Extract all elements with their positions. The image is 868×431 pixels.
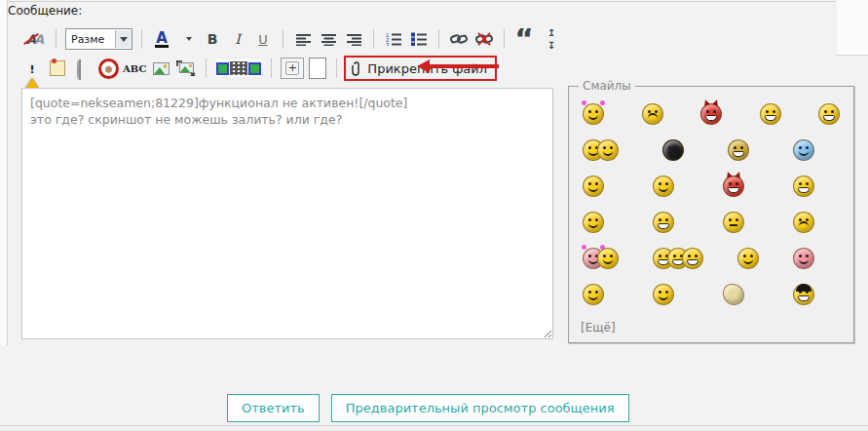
teeth-grin-smiley[interactable] (653, 212, 674, 233)
annotation-arrow (417, 59, 501, 74)
align-left-icon (296, 33, 311, 46)
toolbar-separator (373, 29, 374, 49)
shrink-editor-button[interactable]: ↥ (545, 28, 558, 38)
toolbar-separator (283, 29, 283, 49)
form-actions: Ответить Предварительный просмотр сообще… (227, 394, 629, 422)
insert-image-button[interactable] (150, 58, 171, 79)
font-size-value: Разме (66, 33, 115, 46)
warning-icon: ! (22, 59, 42, 77)
cheers-beer-smilies[interactable] (583, 139, 619, 161)
toolbar-separator (504, 29, 505, 49)
paperclip-icon (352, 60, 361, 76)
align-right-button[interactable] (343, 28, 364, 50)
toolbar-separator (206, 59, 207, 78)
girl-bows-smiley[interactable] (583, 103, 604, 125)
rock-on-smiley[interactable] (793, 176, 814, 197)
angel-wing-smiley[interactable] (653, 176, 674, 197)
rocker-cool-smiley[interactable] (793, 284, 814, 305)
blank-page-button[interactable] (308, 58, 327, 79)
align-center-button[interactable] (318, 28, 339, 50)
message-textarea[interactable]: [quote=nekseamen;81229]функционал не акт… (21, 88, 553, 339)
abc-icon: ABC (123, 63, 146, 74)
plus-icon: + (285, 61, 299, 75)
ok-sign-smiley[interactable] (737, 248, 759, 269)
font-color-button[interactable]: A (151, 28, 172, 50)
left-border (0, 0, 8, 345)
devil-grin-smiley[interactable] (723, 176, 744, 197)
editor-resize-controls: ↥ ↧ (543, 28, 560, 51)
stop-hand-icon (98, 59, 119, 79)
unlink-icon (475, 32, 493, 46)
unordered-list-button[interactable] (408, 28, 430, 50)
sad-arms-smiley[interactable] (642, 103, 663, 125)
toolbar-separator (141, 29, 142, 49)
laughing-smiley[interactable] (760, 103, 781, 125)
resize-image-button[interactable] (175, 58, 197, 79)
align-right-icon (347, 33, 361, 46)
smiley-row (583, 137, 840, 164)
smiley-row (583, 173, 840, 200)
ninja-smiley[interactable] (662, 139, 684, 161)
pink-blush-smiley[interactable] (793, 248, 814, 269)
preview-button[interactable]: Предварительный просмотр сообщения (331, 394, 629, 422)
sprout-smiley[interactable] (583, 284, 604, 305)
italic-button[interactable]: I (227, 28, 248, 50)
ordered-list-icon: 123 (386, 32, 401, 46)
expand-bbcode-button[interactable]: + (281, 58, 304, 79)
spellcheck-button[interactable]: ABC (123, 58, 146, 79)
note-button[interactable] (47, 58, 68, 79)
unordered-list-icon (411, 32, 427, 46)
image-resize-icon (176, 60, 196, 76)
link-icon (450, 33, 468, 45)
font-size-dropdown-button[interactable] (115, 30, 132, 48)
smiley-row (583, 281, 840, 308)
ordered-list-button[interactable]: 123 (383, 28, 404, 50)
table-party-smiley[interactable] (653, 248, 703, 269)
blue-smiley[interactable] (793, 139, 814, 161)
muscle-flex-smiley[interactable] (583, 176, 604, 197)
smilies-panel: Смайлы [Ещё] (568, 86, 854, 343)
retrieve-images-button[interactable] (215, 58, 262, 79)
image-icon (153, 62, 170, 75)
peeking-smiley[interactable] (793, 212, 814, 233)
chevron-down-icon (186, 37, 192, 41)
top-right-corner (837, 0, 868, 56)
arrow-line (429, 64, 499, 68)
font-size-dropdown[interactable]: Разме (65, 28, 132, 50)
bold-button[interactable]: B (202, 28, 223, 50)
smiley-row (583, 245, 840, 272)
toolbar-separator (56, 29, 57, 49)
font-color-dropdown[interactable] (176, 28, 198, 50)
pensive-smiley[interactable] (723, 212, 744, 233)
more-smilies-link[interactable]: [Ещё] (581, 321, 616, 334)
message-label: Сообщение: (8, 4, 82, 18)
grinning-smiley[interactable] (818, 103, 840, 125)
remove-format-icon[interactable]: AA (21, 28, 47, 50)
light-bulb-icon (77, 60, 89, 77)
walking-smiley[interactable] (583, 212, 604, 233)
idea-button[interactable] (72, 58, 94, 79)
hug-pair-smiley[interactable] (583, 248, 619, 269)
smiley-row (583, 100, 840, 128)
underline-button[interactable]: U (252, 28, 274, 50)
gallery-icon (216, 59, 261, 77)
golden-laugh-smiley[interactable] (728, 139, 749, 161)
hands-up-smiley[interactable] (653, 284, 674, 305)
align-left-button[interactable] (292, 28, 314, 50)
insert-link-button[interactable] (448, 28, 470, 50)
warning-button[interactable]: ! (21, 58, 43, 79)
smilies-legend: Смайлы (579, 79, 635, 93)
devil-pitchfork-smiley[interactable] (700, 103, 722, 125)
quote-button[interactable]: “ (513, 28, 535, 50)
rock-hand-smiley[interactable] (723, 284, 744, 305)
svg-text:3: 3 (386, 42, 390, 46)
remove-link-button[interactable] (473, 28, 495, 50)
toolbar-row-1: AA Разме A B I U (19, 26, 550, 52)
disable-smilies-button[interactable] (97, 58, 119, 79)
chevron-down-icon (120, 37, 128, 42)
expand-editor-button[interactable]: ↧ (545, 41, 558, 51)
toolbar-separator (271, 59, 272, 78)
smiley-row (583, 209, 840, 236)
reply-button[interactable]: Ответить (227, 394, 320, 422)
blank-page-icon (309, 58, 326, 79)
